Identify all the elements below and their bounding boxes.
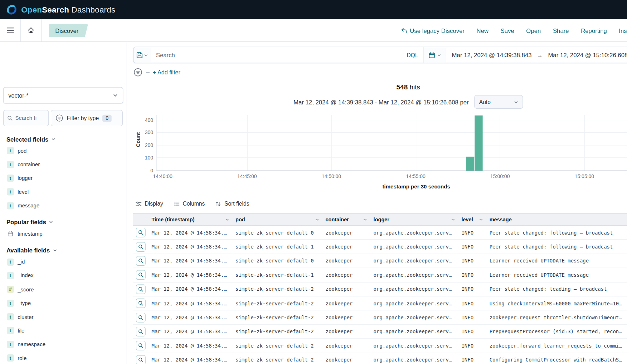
- field-item-cluster[interactable]: tcluster: [4, 310, 122, 324]
- nav-link-label: Use legacy Discover: [410, 27, 465, 34]
- expand-document-button[interactable]: [136, 341, 146, 350]
- section-title-selected-fields[interactable]: Selected fields: [4, 134, 122, 144]
- nav-link-new[interactable]: New: [477, 27, 489, 34]
- histogram-bar[interactable]: [466, 157, 474, 171]
- cell-message: Learner received UPTODATE message: [486, 258, 627, 264]
- plot-area: 14:40:0014:45:0014:50:0014:55:0015:00:00…: [156, 115, 627, 171]
- expand-document-button[interactable]: [136, 256, 146, 266]
- nav-link-reporting[interactable]: Reporting: [581, 27, 607, 34]
- column-header-message[interactable]: message: [486, 214, 627, 225]
- inspect-document-icon: [138, 357, 144, 363]
- cell-logger: org.apache.zookeeper.serv…: [370, 314, 458, 320]
- field-item-role[interactable]: trole: [4, 351, 122, 364]
- column-header-level[interactable]: level: [458, 214, 486, 225]
- nav-link-save[interactable]: Save: [501, 27, 514, 34]
- field-item-score[interactable]: #_score: [4, 282, 122, 296]
- cell-time: Mar 12, 2024 @ 14:58:34.…: [149, 244, 233, 250]
- column-header-container[interactable]: container: [322, 214, 370, 225]
- columns-button[interactable]: Columns: [174, 201, 205, 207]
- nav-link-open[interactable]: Open: [526, 27, 541, 34]
- field-item-logger[interactable]: tlogger: [4, 171, 122, 185]
- field-item-id[interactable]: t_id: [4, 255, 122, 269]
- y-tick-label: 200: [145, 143, 153, 148]
- cell-container: zookeeper: [322, 272, 370, 278]
- cell-container: zookeeper: [322, 244, 370, 250]
- inspect-document-icon: [138, 230, 144, 236]
- expand-document-button[interactable]: [136, 327, 146, 336]
- expand-document-button[interactable]: [136, 355, 146, 364]
- inspect-document-icon: [138, 300, 144, 306]
- section-title-available-fields[interactable]: Available fields: [4, 245, 122, 255]
- expand-document-button[interactable]: [136, 270, 146, 280]
- nav-link-share[interactable]: Share: [553, 27, 569, 34]
- nav-link-label: Save: [501, 27, 514, 34]
- saved-query-button[interactable]: [133, 47, 151, 63]
- nav-link-use-legacy-discover[interactable]: Use legacy Discover: [401, 27, 465, 34]
- index-pattern-select[interactable]: vector-*: [3, 87, 123, 104]
- change-all-filters-button[interactable]: [133, 68, 143, 77]
- home-button[interactable]: [21, 19, 42, 42]
- string-field-icon: t: [7, 300, 14, 307]
- column-header-time-timestamp[interactable]: Time (timestamp): [149, 214, 233, 225]
- expand-document-button[interactable]: [136, 284, 146, 294]
- nav-link-inspect[interactable]: Inspect: [619, 27, 627, 34]
- section-available-fields: Available fieldst_idt_index#_scoret_type…: [0, 245, 126, 364]
- section-selected-fields: Selected fieldstpodtcontainertloggertlev…: [0, 134, 126, 212]
- field-item-file[interactable]: tfile: [4, 324, 122, 337]
- field-item-container[interactable]: tcontainer: [4, 158, 122, 171]
- query-language-button[interactable]: DQL: [407, 52, 418, 58]
- column-header-label: Time (timestamp): [151, 217, 194, 223]
- hits-title: 548 hits: [133, 84, 627, 92]
- field-item-index[interactable]: t_index: [4, 269, 122, 282]
- hamburger-menu-icon: [6, 28, 14, 33]
- histogram-bar[interactable]: [475, 115, 483, 171]
- filter-by-type-button[interactable]: Filter by type 0: [51, 110, 123, 126]
- cell-logger: org.apache.zookeeper.serv…: [370, 286, 458, 292]
- expand-document-button[interactable]: [136, 228, 146, 237]
- sort-fields-button[interactable]: Sort fields: [215, 201, 249, 207]
- field-item-type[interactable]: t_type: [4, 296, 122, 310]
- nav-link-label: New: [477, 27, 489, 34]
- expand-document-button[interactable]: [136, 242, 146, 252]
- expand-document-button[interactable]: [136, 299, 146, 308]
- menu-button[interactable]: [0, 19, 21, 42]
- interval-select[interactable]: Auto: [474, 95, 523, 109]
- inspect-document-icon: [138, 315, 144, 320]
- field-item-timestamp[interactable]: timestamp: [4, 227, 122, 241]
- field-item-namespace[interactable]: tnamespace: [4, 338, 122, 351]
- opensearch-logo[interactable]: OpenSearch Dashboards: [6, 4, 115, 15]
- app-title: OpenSearch Dashboards: [21, 5, 115, 14]
- table-row: Mar 12, 2024 @ 14:58:34.…simple-zk-serve…: [133, 268, 627, 282]
- gridline: [416, 115, 416, 171]
- y-tick-label: 100: [145, 155, 153, 161]
- add-filter-button[interactable]: + Add filter: [153, 69, 180, 75]
- x-tick-label: 15:05:00: [575, 174, 594, 179]
- cell-message: Peer state changed: following – broadcas…: [486, 230, 627, 236]
- date-range-end[interactable]: Mar 12, 2024 @ 15:10:26.608: [548, 51, 627, 58]
- string-field-icon: t: [7, 147, 14, 154]
- section-title-popular-fields[interactable]: Popular fields: [4, 217, 122, 227]
- field-item-pod[interactable]: tpod: [4, 144, 122, 157]
- section-title-label: Popular fields: [6, 219, 46, 226]
- field-item-level[interactable]: tlevel: [4, 185, 122, 199]
- cell-logger: org.apache.zookeeper.serv…: [370, 272, 458, 278]
- chevron-down-icon: [363, 217, 367, 221]
- display-button[interactable]: Display: [136, 201, 163, 207]
- date-range-start[interactable]: Mar 12, 2024 @ 14:39:38.843: [452, 51, 532, 58]
- y-axis-label: Count: [135, 132, 141, 147]
- field-search-input[interactable]: [15, 115, 41, 121]
- nav-link-label: Inspect: [619, 27, 627, 34]
- column-header-pod[interactable]: pod: [232, 214, 322, 225]
- cell-time: Mar 12, 2024 @ 14:58:34.…: [149, 314, 233, 320]
- date-quick-select-button[interactable]: [423, 47, 446, 63]
- string-field-icon: t: [7, 202, 14, 209]
- button-label: Display: [145, 201, 163, 207]
- cell-pod: simple-zk-server-default-2: [232, 286, 322, 292]
- expand-document-button[interactable]: [136, 313, 146, 322]
- cell-time: Mar 12, 2024 @ 14:58:34.…: [149, 230, 233, 236]
- field-item-message[interactable]: tmessage: [4, 199, 122, 212]
- column-header-logger[interactable]: logger: [370, 214, 458, 225]
- x-axis-label: timestamp per 30 seconds: [156, 184, 627, 190]
- section-title-label: Available fields: [6, 247, 50, 254]
- search-input[interactable]: [156, 51, 404, 58]
